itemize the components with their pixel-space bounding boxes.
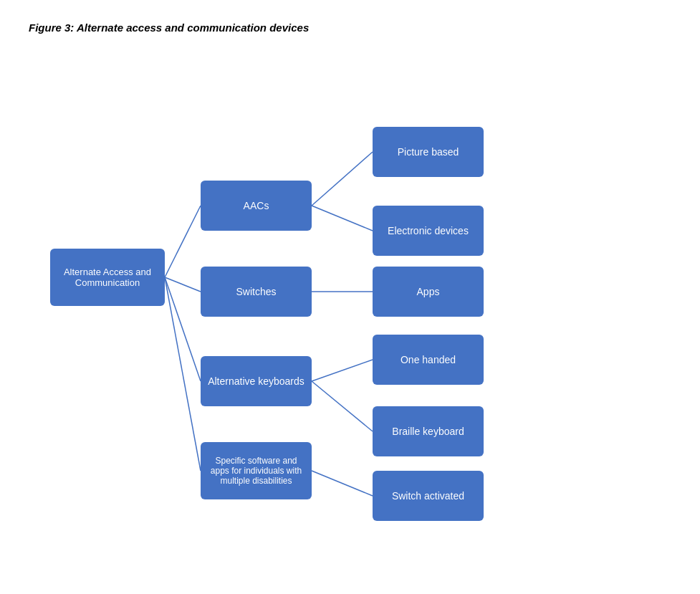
page: Figure 3: Alternate access and communica…: [0, 0, 700, 594]
node-picture-based: Picture based: [373, 127, 484, 177]
node-aac: AACs: [201, 181, 312, 231]
node-specific-software: Specific software and apps for individua…: [201, 442, 312, 499]
svg-line-0: [165, 206, 201, 277]
node-braille-keyboard: Braille keyboard: [373, 406, 484, 456]
node-switch-activated: Switch activated: [373, 471, 484, 521]
node-switches: Switches: [201, 267, 312, 317]
svg-line-2: [165, 277, 201, 381]
svg-line-1: [165, 277, 201, 292]
figure-title: Figure 3: Alternate access and communica…: [29, 21, 671, 34]
node-root: Alternate Access and Communication: [50, 249, 165, 306]
svg-line-8: [312, 381, 373, 431]
svg-line-7: [312, 360, 373, 381]
svg-line-5: [312, 206, 373, 231]
svg-line-3: [165, 277, 201, 471]
node-one-handed: One handed: [373, 335, 484, 385]
node-electronic-devices: Electronic devices: [373, 206, 484, 256]
node-alt-keyboards: Alternative keyboards: [201, 356, 312, 406]
diagram-container: Alternate Access and Communication AACs …: [29, 55, 673, 542]
node-apps: Apps: [373, 267, 484, 317]
svg-line-9: [312, 471, 373, 496]
svg-line-4: [312, 152, 373, 206]
